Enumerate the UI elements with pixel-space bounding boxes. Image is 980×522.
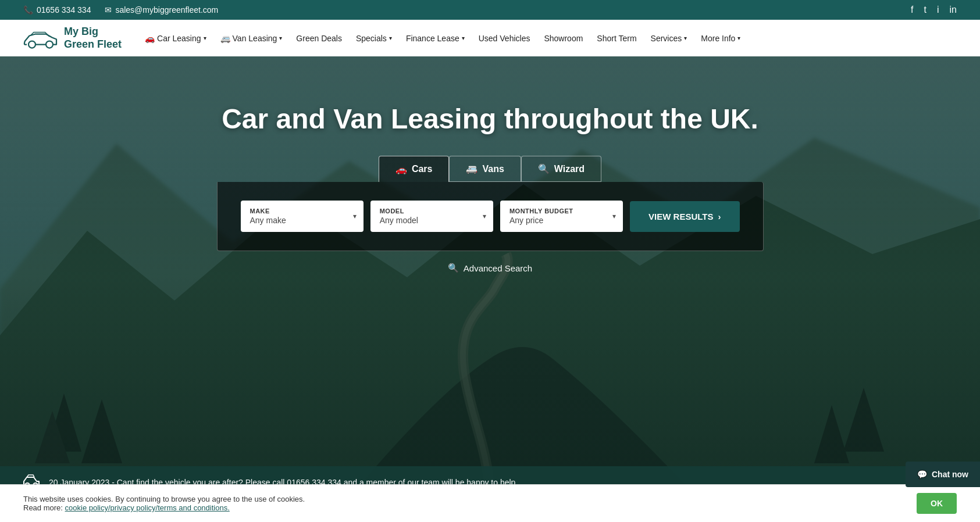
- search-icon: 🔍: [448, 263, 459, 273]
- nav-item-van-leasing[interactable]: 🚐 Van Leasing ▾: [215, 29, 288, 48]
- model-field[interactable]: MODEL Any model ▾: [370, 201, 493, 232]
- top-bar-left: 📞 01656 334 334 ✉ sales@mybiggreenfleet.…: [23, 5, 218, 15]
- make-chevron-icon: ▾: [353, 212, 357, 220]
- logo-car-icon: [23, 28, 58, 49]
- social-links: f t i in: [911, 5, 957, 15]
- nav-item-short-term[interactable]: Short Term: [591, 29, 642, 48]
- chevron-down-icon: ▾: [462, 35, 465, 41]
- email-address: sales@mybiggreenfleet.com: [115, 5, 218, 15]
- phone-info: 📞 01656 334 334: [23, 5, 91, 15]
- advanced-search-link[interactable]: 🔍 Advanced Search: [448, 263, 532, 273]
- budget-chevron-icon: ▾: [612, 212, 616, 220]
- chat-widget[interactable]: 💬 Chat now: [906, 462, 980, 487]
- email-icon: ✉: [105, 5, 112, 15]
- phone-number: 01656 334 334: [37, 5, 91, 15]
- chevron-down-icon: ▾: [737, 35, 740, 41]
- chevron-down-icon: ▾: [389, 35, 392, 41]
- budget-value: Any price: [509, 216, 614, 225]
- phone-icon: 📞: [23, 5, 33, 15]
- search-tabs: 🚗 Cars 🚐 Vans 🔍 Wizard: [379, 156, 601, 182]
- linkedin-icon[interactable]: in: [950, 5, 957, 15]
- model-chevron-icon: ▾: [483, 212, 486, 220]
- make-value: Any make: [250, 216, 354, 225]
- car-icon: 🚗: [145, 34, 155, 43]
- nav-item-services[interactable]: Services ▾: [645, 29, 693, 48]
- nav-item-green-deals[interactable]: Green Deals: [290, 29, 348, 48]
- svg-point-1: [46, 41, 53, 48]
- chevron-down-icon: ▾: [279, 35, 282, 41]
- arrow-right-icon: ›: [718, 212, 721, 221]
- nav-item-car-leasing[interactable]: 🚗 Car Leasing ▾: [139, 29, 212, 48]
- van-tab-icon: 🚐: [466, 163, 477, 174]
- make-field[interactable]: MAKE Any make ▾: [241, 201, 364, 232]
- instagram-icon[interactable]: i: [937, 5, 939, 15]
- twitter-icon[interactable]: t: [924, 5, 926, 15]
- nav-links: 🚗 Car Leasing ▾ 🚐 Van Leasing ▾ Green De…: [139, 29, 746, 48]
- van-icon: 🚐: [220, 34, 230, 43]
- logo-text: My Big Green Fleet: [64, 26, 122, 51]
- nav-item-specials[interactable]: Specials ▾: [350, 29, 398, 48]
- nav-item-finance-lease[interactable]: Finance Lease ▾: [400, 29, 471, 48]
- budget-label: MONTHLY BUDGET: [509, 208, 614, 214]
- search-fields: MAKE Any make ▾ MODEL Any model ▾ MONTHL…: [241, 201, 740, 232]
- cookie-policy-link[interactable]: cookie policy/privacy policy/terms and c…: [65, 503, 230, 512]
- chevron-down-icon: ▾: [684, 35, 687, 41]
- email-info: ✉ sales@mybiggreenfleet.com: [105, 5, 218, 15]
- tab-vans[interactable]: 🚐 Vans: [449, 156, 521, 182]
- facebook-icon[interactable]: f: [911, 5, 913, 15]
- budget-field[interactable]: MONTHLY BUDGET Any price ▾: [500, 201, 623, 232]
- tab-cars[interactable]: 🚗 Cars: [379, 156, 450, 182]
- hero-title: Car and Van Leasing throughout the UK.: [222, 103, 758, 135]
- nav-item-used-vehicles[interactable]: Used Vehicles: [473, 29, 536, 48]
- chat-icon: 💬: [917, 470, 927, 479]
- make-label: MAKE: [250, 208, 354, 214]
- car-tab-icon: 🚗: [395, 164, 407, 175]
- logo[interactable]: My Big Green Fleet: [23, 26, 122, 51]
- search-box: MAKE Any make ▾ MODEL Any model ▾ MONTHL…: [217, 182, 764, 251]
- cookie-text: This website uses cookies. By continuing…: [23, 495, 305, 512]
- svg-point-0: [28, 41, 35, 48]
- top-bar: 📞 01656 334 334 ✉ sales@mybiggreenfleet.…: [0, 0, 980, 20]
- navbar: My Big Green Fleet 🚗 Car Leasing ▾ 🚐 Van…: [0, 20, 980, 56]
- tab-wizard[interactable]: 🔍 Wizard: [521, 156, 601, 182]
- nav-item-showroom[interactable]: Showroom: [538, 29, 589, 48]
- model-label: MODEL: [380, 208, 484, 214]
- nav-item-more-info[interactable]: More Info ▾: [695, 29, 746, 48]
- chevron-down-icon: ▾: [204, 35, 206, 41]
- cookie-bar: This website uses cookies. By continuing…: [0, 484, 980, 522]
- chat-label: Chat now: [932, 470, 968, 479]
- cookie-ok-button[interactable]: OK: [917, 493, 957, 514]
- wizard-tab-icon: 🔍: [538, 163, 550, 174]
- hero-section: Car and Van Leasing throughout the UK. 🚗…: [0, 56, 980, 498]
- view-results-button[interactable]: VIEW RESULTS ›: [630, 201, 739, 232]
- hero-content: Car and Van Leasing throughout the UK. 🚗…: [0, 103, 980, 273]
- model-value: Any model: [380, 216, 484, 225]
